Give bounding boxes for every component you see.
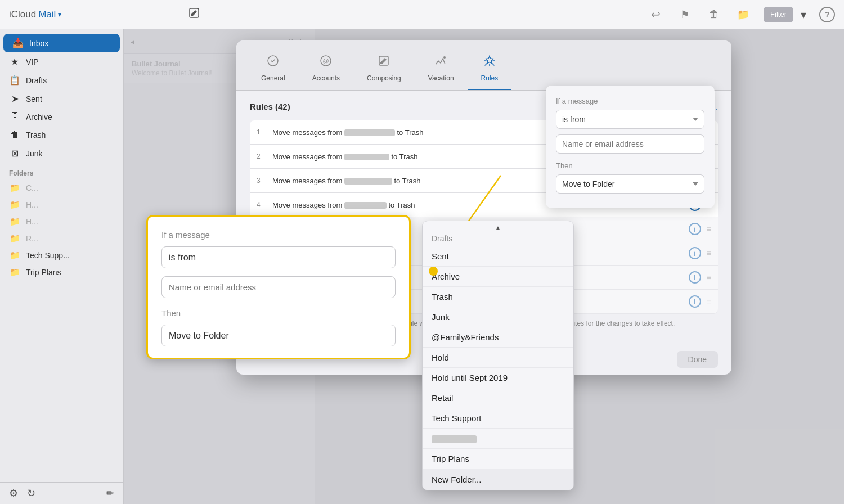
accounts-tab-label: Accounts (312, 74, 340, 82)
reply-button[interactable]: ↩ (647, 6, 665, 24)
folders-label: Folders (0, 163, 123, 179)
svg-point-6 (443, 56, 446, 58)
trash-button[interactable]: 🗑 (705, 6, 723, 24)
folder-r-icon: 📁 (9, 233, 20, 244)
sidebar-folder-h2[interactable]: 📁 H... (0, 213, 123, 230)
zoom-condition-select[interactable]: is from (161, 246, 396, 268)
inbox-icon: 📥 (12, 38, 24, 48)
dropdown-item-blurred[interactable] (423, 429, 573, 449)
composing-tab-label: Composing (367, 74, 401, 82)
rules-tab-icon (483, 54, 496, 71)
filter-chevron-button[interactable]: ▾ (794, 6, 812, 24)
sidebar-item-vip[interactable]: ★ VIP (0, 52, 123, 71)
modal-overlay: General @ Accounts (124, 29, 844, 504)
rule-email-input[interactable] (556, 134, 704, 154)
dropdown-item-familyfriends[interactable]: @Family&Friends (423, 327, 573, 348)
rule-info-button-7: i (689, 271, 701, 284)
archive-icon: 🗄 (9, 112, 20, 122)
sidebar-item-trash[interactable]: 🗑 Trash (0, 126, 123, 144)
sent-icon: ➤ (9, 93, 20, 104)
trash-sidebar-icon: 🗑 (9, 130, 20, 140)
brand-icloud: iCloud (9, 9, 36, 20)
move-button[interactable]: 📁 (734, 6, 752, 24)
yellow-dot (429, 267, 438, 276)
zoom-then-label: Then (161, 308, 396, 318)
tab-composing[interactable]: Composing (353, 50, 415, 90)
folder-icon: 📁 (737, 8, 749, 21)
dropdown-item-hold[interactable]: Hold (423, 348, 573, 368)
rule-info-button-6: i (689, 247, 701, 259)
dropdown-up-arrow: ▲ (423, 221, 573, 232)
folder-techsupp-icon: 📁 (9, 250, 20, 260)
help-button[interactable]: ? (819, 7, 835, 22)
vacation-tab-label: Vacation (428, 74, 454, 82)
rule-condition-select[interactable]: is from (556, 110, 704, 129)
sidebar-item-junk[interactable]: ⊠ Junk (0, 144, 123, 163)
general-tab-label: General (261, 74, 285, 82)
compose-button[interactable] (185, 6, 203, 24)
dropdown-item-hold-sept[interactable]: Hold until Sept 2019 (423, 368, 573, 388)
dropdown-item-tripplans[interactable]: Trip Plans (423, 449, 573, 469)
dropdown-item-junk[interactable]: Junk (423, 307, 573, 327)
compose-small-button[interactable]: ✏ (106, 487, 114, 500)
zoom-box: If a message is from Then Move to Folder (146, 215, 411, 359)
toolbar: iCloud Mail ▾ ↩ ⚑ 🗑 📁 Filter ▾ ? (0, 0, 844, 29)
flag-icon: ⚑ (680, 8, 689, 21)
drafts-icon: 📋 (9, 75, 20, 86)
sidebar-folder-c[interactable]: 📁 C... (0, 179, 123, 196)
chevron-down-icon: ▾ (801, 8, 806, 21)
rules-tab-label: Rules (481, 74, 499, 82)
rule-info-button-5: i (689, 223, 701, 235)
zoom-email-input[interactable] (161, 276, 396, 298)
settings-tabs: General @ Accounts (236, 40, 731, 91)
dropdown-item-trash[interactable]: Trash (423, 287, 573, 307)
sidebar-item-archive[interactable]: 🗄 Archive (0, 108, 123, 126)
tab-accounts[interactable]: @ Accounts (299, 50, 353, 90)
trash-icon: 🗑 (709, 8, 719, 20)
dropdown-item-archive[interactable]: Archive (423, 267, 573, 287)
main-layout: 📥 Inbox ★ VIP 📋 Drafts ➤ Sent 🗄 Archive … (0, 29, 844, 504)
tab-general[interactable]: General (248, 50, 299, 90)
folder-h2-icon: 📁 (9, 217, 20, 227)
app-brand: iCloud Mail ▾ (9, 9, 61, 20)
brand-dropdown-icon[interactable]: ▾ (58, 11, 61, 19)
junk-label: Junk (26, 149, 43, 158)
refresh-button[interactable]: ↻ (27, 487, 35, 500)
rule-action-select[interactable]: Move to Folder (556, 174, 704, 194)
folder-tripplans-icon: 📁 (9, 267, 20, 277)
accounts-tab-icon: @ (319, 54, 333, 71)
sent-label: Sent (26, 94, 42, 104)
rule-editor-then-label: Then (556, 161, 704, 170)
sidebar-folder-r[interactable]: 📁 R... (0, 230, 123, 247)
sidebar: 📥 Inbox ★ VIP 📋 Drafts ➤ Sent 🗄 Archive … (0, 29, 124, 504)
sidebar-item-drafts[interactable]: 📋 Drafts (0, 71, 123, 89)
vacation-tab-icon (434, 54, 448, 71)
filter-button[interactable]: Filter (764, 7, 793, 22)
dropdown-item-techsupport[interactable]: Tech Support (423, 408, 573, 429)
settings-button[interactable]: ⚙ (9, 487, 18, 500)
content-area: ◂ Sort ▾ Yesterday Bullet Journal Welcom… (124, 29, 844, 504)
folder-h1-icon: 📁 (9, 200, 20, 210)
dropdown-item-retail[interactable]: Retail (423, 388, 573, 408)
vip-icon: ★ (9, 56, 20, 67)
trash-label: Trash (26, 130, 46, 140)
inbox-label: Inbox (29, 39, 48, 48)
sidebar-item-inbox[interactable]: 📥 Inbox (3, 34, 120, 52)
junk-icon: ⊠ (9, 148, 20, 159)
sidebar-item-sent[interactable]: ➤ Sent (0, 89, 123, 108)
dropdown-item-newfolder[interactable]: New Folder... (423, 469, 573, 490)
sidebar-folder-techsupp[interactable]: 📁 Tech Supp... (0, 247, 123, 264)
brand-mail[interactable]: Mail (38, 9, 56, 20)
flag-button[interactable]: ⚑ (676, 6, 694, 24)
drafts-label: Drafts (26, 76, 47, 85)
done-button[interactable]: Done (677, 351, 718, 368)
tab-rules[interactable]: Rules (468, 50, 512, 90)
sidebar-folder-h1[interactable]: 📁 H... (0, 196, 123, 213)
tab-vacation[interactable]: Vacation (415, 50, 468, 90)
zoom-if-label: If a message (161, 230, 396, 240)
reply-icon: ↩ (651, 8, 661, 21)
sidebar-folder-tripplans[interactable]: 📁 Trip Plans (0, 264, 123, 281)
zoom-action-select[interactable]: Move to Folder (161, 325, 396, 346)
dropdown-item-sent[interactable]: Sent (423, 246, 573, 267)
archive-label: Archive (26, 112, 52, 122)
